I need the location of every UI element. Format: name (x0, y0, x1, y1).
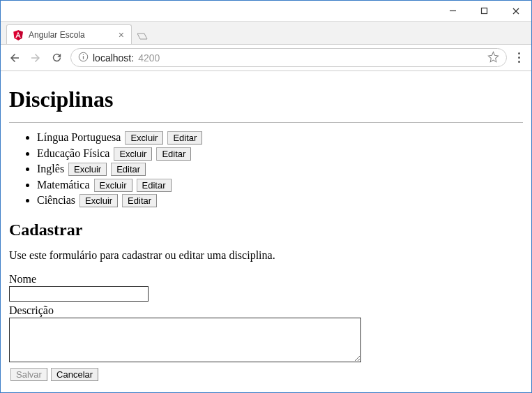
delete-button[interactable]: Excluir (114, 147, 152, 161)
delete-button[interactable]: Excluir (79, 194, 118, 207)
window-titlebar (1, 1, 531, 22)
browser-tabbar: Angular Escola × (1, 22, 531, 45)
edit-button[interactable]: Editar (137, 179, 172, 192)
form-heading: Cadastrar (9, 221, 523, 239)
save-button[interactable]: Salvar (10, 368, 47, 381)
svg-rect-1 (482, 8, 487, 14)
edit-button[interactable]: Editar (156, 147, 191, 161)
svg-rect-7 (83, 56, 84, 59)
edit-button[interactable]: Editar (167, 131, 202, 144)
minimize-icon[interactable] (437, 1, 469, 21)
address-bar[interactable]: localhost:4200 (70, 48, 507, 67)
form-helptext: Use este formulário para cadastrar ou ed… (9, 249, 523, 262)
delete-button[interactable]: Excluir (68, 163, 107, 176)
tab-close-icon[interactable]: × (119, 29, 124, 40)
item-name: Educação Física (37, 147, 109, 159)
browser-tab[interactable]: Angular Escola × (6, 24, 132, 44)
maximize-icon[interactable] (469, 1, 500, 21)
bookmark-icon[interactable] (487, 51, 499, 65)
list-item: Ciências Excluir Editar (37, 193, 523, 208)
new-tab-button[interactable] (135, 29, 151, 44)
list-item: Matemática Excluir Editar (37, 177, 523, 193)
list-item: Inglês Excluir Editar (37, 161, 523, 177)
forward-button (29, 51, 43, 65)
url-port: 4200 (138, 52, 160, 64)
tab-title: Angular Escola (29, 30, 85, 40)
delete-button[interactable]: Excluir (125, 131, 163, 144)
angular-icon (13, 29, 24, 40)
divider (9, 122, 523, 123)
item-name: Ciências (37, 194, 75, 206)
item-name: Inglês (37, 163, 64, 175)
delete-button[interactable]: Excluir (94, 179, 132, 192)
item-name: Língua Portuguesa (37, 131, 121, 143)
edit-button[interactable]: Editar (122, 194, 157, 207)
back-button[interactable] (8, 51, 22, 65)
reload-button[interactable] (50, 51, 63, 65)
svg-marker-5 (18, 30, 23, 40)
disciplinas-list: Língua Portuguesa Excluir Editar Educaçã… (9, 130, 523, 208)
close-icon[interactable] (500, 1, 531, 21)
list-item: Educação Física Excluir Editar (37, 146, 523, 161)
page-content: Disciplinas Língua Portuguesa Excluir Ed… (1, 71, 531, 390)
desc-textarea[interactable] (9, 318, 361, 362)
name-input[interactable] (9, 286, 149, 302)
page-title: Disciplinas (9, 87, 523, 112)
url-host: localhost: (93, 52, 134, 64)
list-item: Língua Portuguesa Excluir Editar (37, 130, 523, 145)
browser-navbar: localhost:4200 (1, 45, 531, 71)
svg-rect-8 (83, 54, 84, 54)
browser-menu-button[interactable] (514, 50, 524, 66)
edit-button[interactable]: Editar (111, 163, 146, 176)
cancel-button[interactable]: Cancelar (51, 368, 98, 381)
desc-label: Descrição (9, 304, 523, 317)
form-actions: Salvar Cancelar (9, 368, 523, 381)
item-name: Matemática (37, 179, 90, 191)
site-info-icon[interactable] (78, 52, 89, 64)
name-label: Nome (9, 273, 523, 286)
